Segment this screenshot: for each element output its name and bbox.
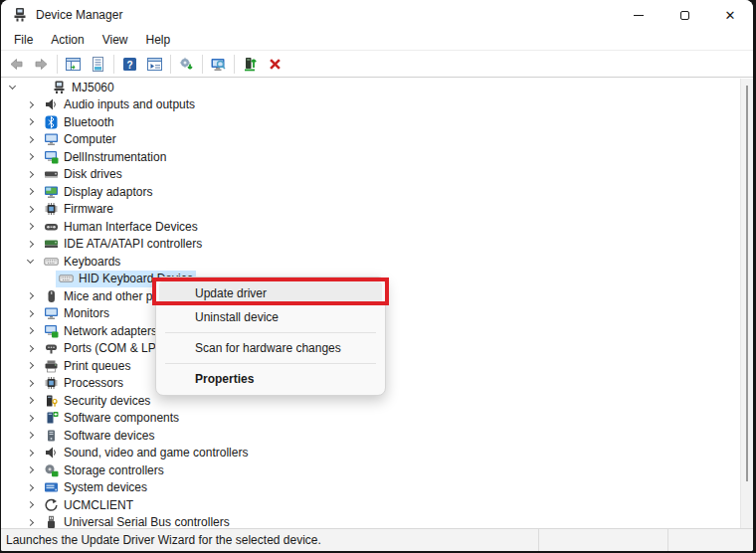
chevron-right-icon[interactable] <box>27 466 34 473</box>
ports-icon <box>44 341 59 355</box>
chevron-right-icon[interactable] <box>27 100 34 107</box>
tree-item[interactable]: Software devices <box>1 427 727 445</box>
scrollbar-thumb[interactable] <box>746 86 748 481</box>
tree-item[interactable]: IDE ATA/ATAPI controllers <box>1 236 727 254</box>
context-menu-item-update-driver[interactable]: Update driver <box>159 281 382 305</box>
tree-item-content[interactable]: Disk drives <box>41 166 125 184</box>
chevron-right-icon[interactable] <box>27 362 34 369</box>
tree-item-content[interactable]: Human Interface Devices <box>41 218 201 236</box>
tree-item[interactable]: Bluetooth <box>1 113 727 131</box>
tree-item[interactable]: Software components <box>1 410 727 428</box>
menu-view[interactable]: View <box>94 31 137 49</box>
forward-button[interactable] <box>29 52 54 76</box>
tree-item[interactable]: Display adaptors <box>1 183 727 201</box>
tree-item-content[interactable]: Print queues <box>41 357 133 375</box>
remote-monitor-icon <box>210 56 227 73</box>
tree-item[interactable]: MJ5060 <box>1 79 727 96</box>
tree-item-label: Computer <box>64 132 116 146</box>
chevron-right-icon[interactable] <box>27 327 34 334</box>
tree-item[interactable]: Firmware <box>1 201 727 219</box>
tree-item-content[interactable]: Firmware <box>41 201 116 219</box>
tree-item-label: Audio inputs and outputs <box>64 97 195 111</box>
tree-item[interactable]: UCMCLIENT <box>1 496 727 514</box>
chevron-right-icon[interactable] <box>27 118 34 125</box>
tree-item-content[interactable]: UCMCLIENT <box>41 496 136 514</box>
chevron-down-icon[interactable] <box>27 257 34 264</box>
tree-item-content[interactable]: Software components <box>41 410 182 428</box>
tree-item-label: Disk drives <box>64 167 122 181</box>
chevron-right-icon[interactable] <box>27 188 34 195</box>
tree-item[interactable]: Audio inputs and outputs <box>1 96 727 114</box>
tree-item[interactable]: Storage controllers <box>1 461 727 479</box>
context-menu-item-properties[interactable]: Properties <box>159 367 382 391</box>
action-pane-button[interactable] <box>142 52 167 76</box>
tree-item-content[interactable]: Sound, video and game controllers <box>41 445 251 462</box>
update-driver-button[interactable] <box>238 52 263 76</box>
chevron-right-icon[interactable] <box>27 449 34 456</box>
menu-bar: File Action View Help <box>1 30 753 51</box>
tree-item[interactable]: Disk drives <box>1 166 727 184</box>
minimize-button[interactable] <box>616 0 662 30</box>
chevron-right-icon[interactable] <box>27 223 34 230</box>
tree-item-content[interactable]: Network adapters <box>41 322 160 340</box>
tree-item-content[interactable]: Audio inputs and outputs <box>41 96 198 114</box>
chevron-right-icon[interactable] <box>27 309 34 316</box>
chevron-right-icon[interactable] <box>27 483 34 490</box>
chevron-right-icon[interactable] <box>27 135 34 142</box>
tree-item[interactable]: Universal Serial Bus controllers <box>1 514 727 529</box>
chevron-right-icon[interactable] <box>27 153 34 160</box>
uninstall-device-button[interactable] <box>263 52 287 76</box>
tree-item-content[interactable]: Security devices <box>41 392 153 410</box>
chevron-right-icon[interactable] <box>27 379 34 386</box>
remote-monitor-button[interactable] <box>206 52 231 76</box>
help-button[interactable]: ? <box>117 52 142 76</box>
vertical-scrollbar[interactable] <box>740 79 753 528</box>
tree-item[interactable]: Human Interface Devices <box>1 218 727 236</box>
tree-item-content[interactable]: Ports (COM & LPT) <box>41 340 170 358</box>
tree-item[interactable]: Computer <box>1 131 727 149</box>
properties-button[interactable] <box>86 52 110 76</box>
menu-action[interactable]: Action <box>42 31 93 49</box>
chevron-down-icon[interactable] <box>9 83 16 90</box>
tree-item-content[interactable]: Computer <box>41 131 119 149</box>
chevron-right-icon[interactable] <box>27 518 34 525</box>
tree-item-content[interactable]: Software devices <box>41 427 157 445</box>
tree-item-content[interactable]: IDE ATA/ATAPI controllers <box>41 236 205 254</box>
menu-file[interactable]: File <box>5 31 42 49</box>
console-tree-button[interactable] <box>61 52 86 76</box>
context-menu-item-scan-hardware[interactable]: Scan for hardware changes <box>159 336 382 360</box>
tree-item-content[interactable]: MJ5060 <box>49 79 117 96</box>
refresh-arrow-icon <box>44 498 59 512</box>
tree-item-content[interactable]: Keyboards <box>41 253 123 271</box>
scan-hardware-button[interactable] <box>174 52 199 76</box>
tree-item-content[interactable]: Monitors <box>41 305 112 323</box>
chevron-right-icon[interactable] <box>27 344 34 351</box>
chevron-right-icon[interactable] <box>27 414 34 421</box>
chevron-right-icon[interactable] <box>27 432 34 439</box>
chevron-right-icon[interactable] <box>27 205 34 212</box>
action-pane-icon <box>146 56 163 73</box>
chevron-right-icon[interactable] <box>27 397 34 404</box>
tree-item[interactable]: Keyboards <box>1 253 727 271</box>
tree-item-content[interactable]: Universal Serial Bus controllers <box>41 514 233 529</box>
tree-item-label: Keyboards <box>64 255 120 269</box>
maximize-button[interactable] <box>662 0 707 30</box>
back-button[interactable] <box>4 52 29 76</box>
tree-item-content[interactable]: Storage controllers <box>41 461 167 479</box>
menu-help[interactable]: Help <box>137 31 180 49</box>
chevron-right-icon[interactable] <box>27 240 34 247</box>
tree-item-content[interactable]: DellInstrumentation <box>41 148 169 166</box>
tree-item[interactable]: System devices <box>1 479 727 497</box>
chevron-right-icon[interactable] <box>27 170 34 177</box>
tree-item-content[interactable]: Display adaptors <box>41 183 155 201</box>
tree-item-label: Storage controllers <box>64 463 164 477</box>
tree-item[interactable]: DellInstrumentation <box>1 148 727 166</box>
tree-item-content[interactable]: System devices <box>41 479 150 497</box>
context-menu-item-uninstall-device[interactable]: Uninstall device <box>159 305 382 329</box>
chevron-right-icon[interactable] <box>27 501 34 508</box>
tree-item-content[interactable]: Processors <box>41 375 126 393</box>
close-button[interactable]: ✕ <box>707 0 753 30</box>
tree-item[interactable]: Sound, video and game controllers <box>1 445 727 462</box>
tree-item-content[interactable]: Bluetooth <box>41 113 117 131</box>
chevron-right-icon[interactable] <box>27 292 34 299</box>
